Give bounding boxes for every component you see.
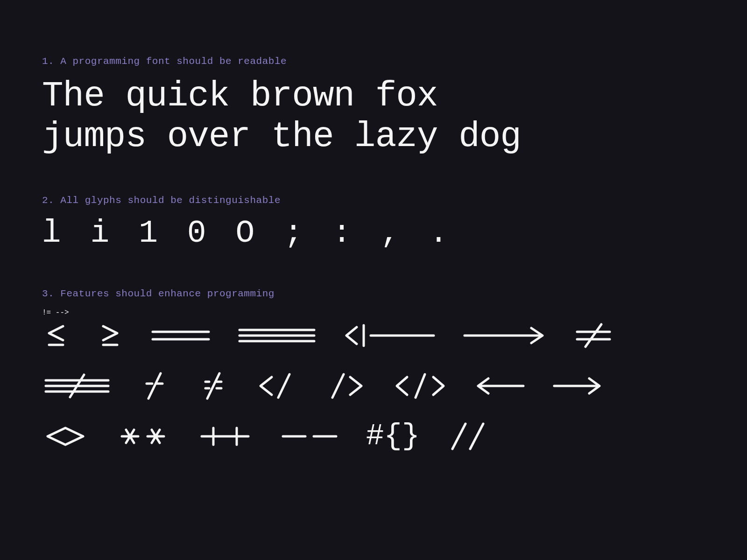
ligature-self-close [324, 370, 366, 402]
section-features: 3. Features should enhance programming !… [42, 288, 705, 455]
ligature-double-slash [446, 420, 493, 453]
pangram-text: The quick brown fox jumps over the lazy … [42, 76, 705, 158]
ligature-row-3: #{} [42, 418, 705, 455]
section-label-1: 1. A programming font should be readable [42, 56, 705, 67]
ligature-gte [96, 322, 124, 350]
ligature-strict-neq [42, 372, 112, 400]
ligature-row-1 [42, 317, 705, 354]
ligature-eq [150, 322, 211, 350]
ligature-lte [42, 322, 70, 350]
ligature-row-2 [42, 367, 705, 405]
ligature-slash-eq2 [197, 370, 230, 402]
section-label-3: 3. Features should enhance programming [42, 288, 705, 299]
ligature-arrow-left [474, 372, 526, 400]
ligature-diamond [42, 422, 89, 450]
glyph-samples: l i 1 0 O ; : , . [42, 215, 705, 251]
ligature-minus-minus [279, 422, 340, 450]
section-label-2: 2. All glyphs should be distinguishable [42, 195, 705, 206]
ligature-arrow-right [552, 372, 603, 400]
ligature-neq [572, 322, 614, 350]
ligature-close-tag-open [256, 370, 298, 402]
ligature-html-comment-open [343, 322, 436, 350]
ligature-double-star [115, 422, 171, 450]
section-readable: 1. A programming font should be readable… [42, 56, 705, 158]
ligature-arrow-long-right [462, 322, 546, 350]
ligature-tag [392, 370, 448, 402]
ligature-hash-brace: #{} [366, 420, 420, 453]
ligature-strict-eq [237, 322, 317, 350]
ligature-grid: != --> [42, 308, 705, 455]
section-distinguishable: 2. All glyphs should be distinguishable … [42, 195, 705, 251]
ligature-slash-eq [138, 370, 171, 402]
ligature-plus-plus [197, 422, 253, 450]
